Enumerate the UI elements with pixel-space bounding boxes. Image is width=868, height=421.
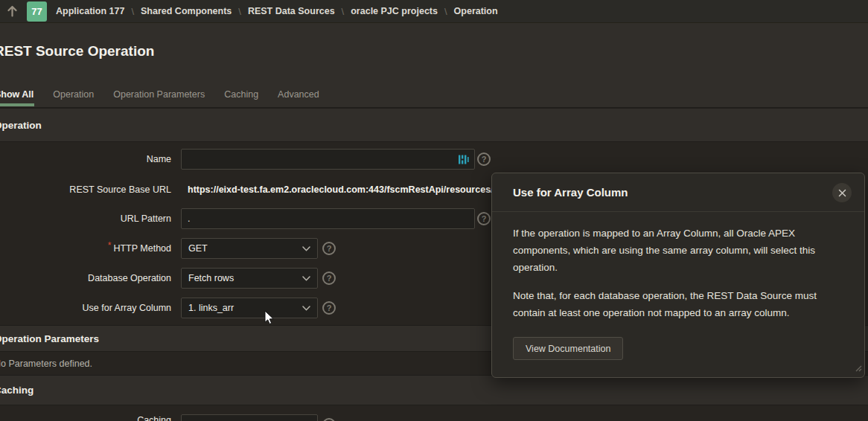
name-input[interactable] [182, 150, 458, 169]
help-icon-database-operation[interactable]: ? [322, 271, 336, 285]
caching-field-label: Caching [0, 415, 171, 421]
breadcrumb-separator: \ [444, 6, 447, 17]
help-paragraph: If the operation is mapped to an Array C… [513, 225, 843, 276]
region-display-selector: Show All Operation Operation Parameters … [0, 82, 320, 106]
section-operation-title: Operation [0, 120, 42, 131]
view-documentation-button[interactable]: View Documentation [513, 337, 623, 360]
close-icon[interactable] [832, 183, 852, 202]
tab-operation[interactable]: Operation [52, 82, 95, 106]
application-id-badge[interactable]: 77 [27, 1, 47, 22]
use-for-array-column-select[interactable]: 1. links_arr [181, 298, 318, 318]
help-dialog-title: Use for Array Column [513, 173, 628, 212]
caching-select[interactable]: Disabled [181, 414, 318, 421]
section-operation-parameters-title: Operation Parameters [0, 333, 99, 344]
tab-advanced[interactable]: Advanced [277, 82, 320, 106]
database-operation-label: Database Operation [0, 273, 171, 283]
chevron-down-icon [302, 276, 310, 281]
breadcrumb: Application 177 \ Shared Components \ RE… [56, 6, 498, 17]
breadcrumb-operation: Operation [454, 6, 498, 16]
url-pattern-input-wrap [181, 208, 475, 229]
tab-show-all[interactable]: Show All [0, 82, 34, 106]
http-method-label: *HTTP Method [0, 243, 171, 254]
base-url-label: REST Source Base URL [0, 184, 171, 195]
help-icon-use-for-array-column[interactable]: ? [322, 301, 336, 315]
up-arrow-icon[interactable] [7, 5, 17, 17]
help-icon-http-method[interactable]: ? [322, 242, 336, 255]
url-pattern-label: URL Pattern [0, 213, 171, 224]
apex-rest-source-operation-screen: 77 Application 177 \ Shared Components \… [0, 0, 868, 421]
database-operation-select[interactable]: Fetch rows [181, 268, 318, 289]
help-paragraph: Note that, for each database operation, … [513, 287, 843, 321]
help-icon-caching[interactable]: ? [322, 418, 336, 421]
breadcrumb-separator: \ [342, 6, 345, 17]
help-icon-url-pattern[interactable]: ? [477, 212, 491, 225]
section-caching-title: Caching [0, 385, 33, 396]
caching-form: Caching Disabled ? [0, 405, 868, 421]
chevron-down-icon [302, 306, 310, 311]
name-input-wrap [181, 149, 475, 170]
help-dialog-header[interactable]: Use for Array Column [492, 173, 864, 212]
resize-handle-icon[interactable] [855, 361, 862, 375]
breadcrumb-data-source[interactable]: oracle PJC projects [351, 6, 438, 16]
use-for-array-column-label: Use for Array Column [0, 303, 171, 313]
no-parameters-message: No Parameters defined. [0, 359, 92, 369]
help-icon-name[interactable]: ? [477, 152, 491, 166]
http-method-select[interactable]: GET [181, 238, 318, 259]
breadcrumb-rest-data-sources[interactable]: REST Data Sources [248, 6, 335, 16]
quick-pick-icon[interactable] [458, 154, 469, 165]
page-title: REST Source Operation [0, 43, 154, 60]
section-caching: Caching [0, 376, 868, 405]
breadcrumb-separator: \ [238, 6, 241, 17]
breadcrumb-application[interactable]: Application 177 [56, 6, 124, 16]
tab-caching[interactable]: Caching [223, 82, 259, 106]
breadcrumb-separator: \ [131, 6, 134, 17]
url-pattern-input[interactable] [182, 209, 474, 228]
breadcrumb-shared-components[interactable]: Shared Components [141, 6, 232, 16]
base-url-value: https://eixd-test.fa.em2.oraclecloud.com… [188, 184, 499, 195]
name-label: Name [0, 154, 171, 164]
required-marker: * [108, 240, 112, 251]
tab-operation-parameters[interactable]: Operation Parameters [112, 82, 205, 106]
help-dialog: Use for Array Column If the operation is… [491, 173, 865, 378]
help-dialog-body: If the operation is mapped to an Array C… [492, 212, 864, 321]
chevron-down-icon [302, 246, 310, 251]
section-operation: Operation [0, 109, 868, 141]
breadcrumb-bar: 77 Application 177 \ Shared Components \… [0, 0, 868, 23]
